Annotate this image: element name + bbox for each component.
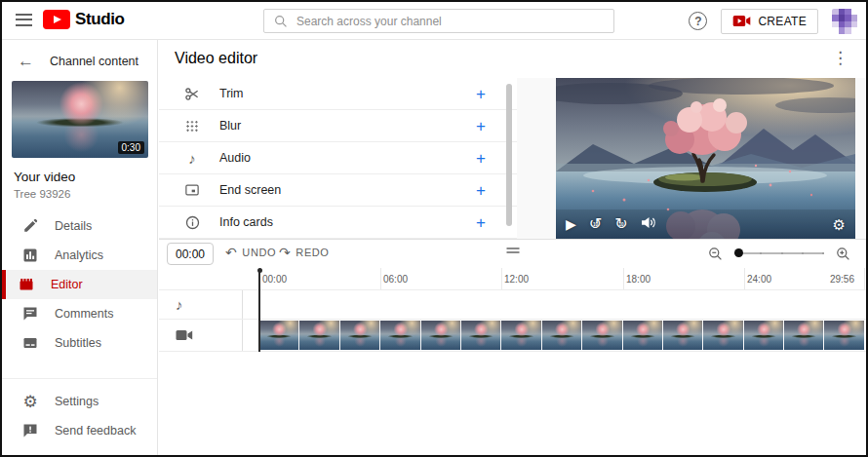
tools-scrollbar[interactable]	[506, 84, 512, 226]
sidebar-item-label: Comments	[55, 307, 113, 321]
sidebar-item-label: Editor	[51, 278, 83, 291]
sidebar-item-label: Analytics	[55, 248, 103, 262]
back-to-channel-content[interactable]: ← Channel content	[2, 40, 157, 79]
create-label: CREATE	[758, 15, 807, 28]
topbar-actions: ? CREATE	[689, 2, 857, 40]
filmstrip-thumbnail	[744, 321, 784, 350]
filmstrip-thumbnail	[703, 321, 743, 350]
audio-track-row[interactable]: ♪	[159, 290, 866, 320]
back-label: Channel content	[50, 55, 138, 68]
ruler-tick: 06:00	[383, 274, 408, 285]
filmstrip-thumbnail	[461, 321, 501, 350]
video-preview[interactable]: ▶ ↺10 ↻10 ⚙	[556, 78, 855, 239]
duration-badge: 0:30	[118, 141, 144, 154]
info-icon	[183, 215, 201, 230]
create-button[interactable]: CREATE	[721, 9, 818, 34]
filmstrip-thumbnail	[501, 321, 541, 350]
filmstrip[interactable]	[259, 321, 864, 350]
tool-row-end-screen[interactable]: End screen +	[159, 174, 517, 207]
video-track-header	[159, 320, 243, 351]
filmstrip-thumbnail	[380, 321, 420, 350]
undo-button[interactable]: ↶ UNDO	[225, 246, 276, 259]
timeline-tracks: ♪	[159, 290, 866, 352]
hamburger-menu-icon[interactable]	[16, 14, 32, 26]
sidebar-footer: ⚙ Settings Send feedback	[2, 378, 157, 445]
tool-label: End screen	[219, 183, 281, 197]
tool-row-trim[interactable]: Trim +	[159, 78, 517, 110]
sidebar-item-label: Details	[55, 219, 92, 233]
volume-icon[interactable]	[641, 216, 657, 232]
sidebar-item-editor[interactable]: Editor	[2, 270, 157, 299]
forward-10-button[interactable]: ↻10	[614, 216, 627, 232]
music-note-icon: ♪	[176, 297, 183, 312]
zoom-slider[interactable]	[734, 245, 824, 262]
search-bar[interactable]	[263, 9, 614, 33]
search-input[interactable]	[296, 15, 613, 28]
avatar[interactable]	[832, 9, 857, 34]
analytics-icon	[22, 248, 38, 263]
comments-icon	[22, 306, 38, 322]
add-trim-button[interactable]: +	[476, 86, 486, 102]
undo-icon: ↶	[225, 246, 237, 259]
zoom-in-icon[interactable]	[836, 247, 850, 261]
filmstrip-thumbnail	[299, 321, 339, 350]
video-track-row[interactable]	[159, 320, 866, 352]
filmstrip-thumbnail	[784, 321, 824, 350]
redo-icon: ↷	[279, 246, 291, 259]
filmstrip-thumbnail	[421, 321, 461, 350]
search-icon	[274, 15, 288, 28]
youtube-studio-logo[interactable]: Studio	[43, 10, 124, 29]
timeline-resize-handle[interactable]	[506, 248, 519, 255]
zoom-slider-knob[interactable]	[734, 248, 743, 257]
add-end-screen-button[interactable]: +	[476, 182, 486, 199]
sidebar-menu: Details Analytics Edi	[2, 211, 157, 358]
end-screen-icon	[183, 183, 201, 197]
video-title: Your video	[14, 170, 145, 184]
sidebar-item-settings[interactable]: ⚙ Settings	[2, 387, 157, 416]
help-icon[interactable]: ?	[689, 12, 707, 30]
rewind-10-button[interactable]: ↺10	[589, 216, 602, 232]
filmstrip-thumbnail	[542, 321, 582, 350]
zoom-out-icon[interactable]	[708, 247, 723, 261]
sidebar-item-label: Subtitles	[55, 336, 101, 350]
sidebar-item-details[interactable]: Details	[2, 211, 157, 241]
player-controls: ▶ ↺10 ↻10 ⚙	[556, 209, 855, 239]
filmstrip-thumbnail	[582, 321, 622, 350]
ruler-tick: 18:00	[626, 274, 651, 285]
feedback-icon	[22, 423, 38, 438]
sidebar-item-comments[interactable]: Comments	[2, 299, 157, 328]
add-audio-button[interactable]: +	[476, 150, 486, 167]
blur-icon	[183, 120, 201, 133]
ruler-tick: 12:00	[504, 274, 529, 285]
add-blur-button[interactable]: +	[476, 118, 486, 134]
editor-header: Video editor ⋮	[159, 40, 866, 78]
sidebar-item-subtitles[interactable]: Subtitles	[2, 328, 157, 358]
tool-row-blur[interactable]: Blur +	[159, 110, 517, 142]
ruler-tick: 29:56	[830, 274, 854, 285]
create-video-icon	[732, 15, 751, 27]
video-thumbnail[interactable]: 0:30	[12, 81, 148, 158]
play-button[interactable]: ▶	[566, 217, 576, 231]
filmstrip-thumbnail	[340, 321, 380, 350]
sidebar-item-analytics[interactable]: Analytics	[2, 241, 157, 270]
editor-tools-panel: Trim + Blur + ♪ Audio +	[159, 78, 517, 239]
undo-label: UNDO	[242, 247, 276, 258]
redo-button[interactable]: ↷ REDO	[279, 246, 330, 259]
sidebar-item-label: Send feedback	[55, 424, 136, 438]
playhead[interactable]	[258, 270, 260, 352]
tool-row-audio[interactable]: ♪ Audio +	[159, 142, 517, 174]
kebab-menu-icon[interactable]: ⋮	[832, 49, 848, 68]
sidebar: ← Channel content 0:30 Your video Tree 9…	[2, 40, 158, 455]
sidebar-item-send-feedback[interactable]: Send feedback	[2, 416, 157, 445]
tool-label: Audio	[219, 151, 251, 165]
current-time-input[interactable]: 00:00	[167, 243, 214, 265]
tool-row-info-cards[interactable]: Info cards +	[159, 207, 517, 239]
timeline-ruler[interactable]: 00:00 06:00 12:00 18:00 24:00 29:56	[159, 268, 866, 290]
scissors-icon	[183, 87, 201, 101]
page-title: Video editor	[175, 50, 257, 67]
filmstrip-thumbnail	[259, 321, 299, 350]
audio-track-header: ♪	[159, 290, 243, 319]
player-settings-icon[interactable]: ⚙	[833, 217, 846, 232]
add-info-cards-button[interactable]: +	[476, 214, 486, 231]
ruler-tick: 00:00	[262, 274, 287, 285]
